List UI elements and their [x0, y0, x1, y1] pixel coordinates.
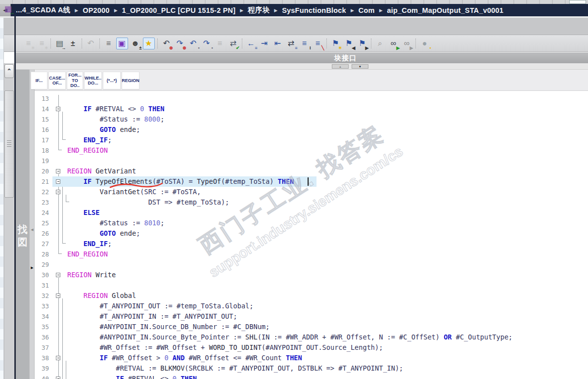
fold-collapse-icon[interactable] — [56, 169, 60, 173]
editor-left-gutter: 找図 — [16, 70, 29, 379]
code-line-29[interactable]: 29 — [35, 259, 588, 270]
breadcrumb-item[interactable]: 程序块 — [248, 5, 270, 15]
bookmark-new-icon-badge: ✶ — [338, 46, 342, 50]
scrollbar-up-button[interactable]: ⌃ — [4, 64, 14, 78]
code-line-30[interactable]: 30REGION Write — [35, 270, 588, 280]
fold-collapse-icon[interactable] — [56, 107, 60, 111]
bookmark-prev-icon-badge: ◀ — [352, 46, 356, 50]
splitter-collapse-down-button[interactable]: ▼ — [352, 64, 368, 69]
redo-to-save-icon[interactable]: ↷▪ — [201, 38, 213, 49]
code-line-38[interactable]: 38 IF #WR_Offset > 0 AND #WR_Offset <= #… — [35, 353, 588, 363]
insert-row-after-icon[interactable]: ≡✶ — [36, 38, 48, 49]
keep-actual-values-icon-glyph: ↶ — [88, 39, 94, 48]
interface-splitter[interactable]: ▲ ▼ — [15, 63, 588, 70]
split-collapse-right-icon[interactable]: ▶ — [30, 266, 35, 270]
snippet-for[interactable]: FOR...TO DO.. — [67, 72, 83, 89]
line-number: 30 — [35, 270, 52, 280]
snippet-while[interactable]: WHILE..DO... — [84, 72, 102, 89]
code-line-19[interactable]: 19 — [35, 156, 588, 166]
block-interface-bar[interactable]: 块接口 — [15, 52, 588, 63]
code-line-34[interactable]: 34 #T_ANYPOINT_IN := #T_ANYPOINT_OUT; — [35, 311, 588, 322]
download-options-icon[interactable]: ± — [67, 38, 79, 49]
code-line-37[interactable]: 37 #WR_Offset := #WR_Offset + WORD_TO_UD… — [35, 342, 588, 353]
compile-icon[interactable]: ⇄✔ — [227, 38, 239, 49]
scrollbar-grip — [7, 140, 11, 147]
fold-collapse-icon[interactable] — [56, 377, 60, 379]
splitter-collapse-up-button[interactable]: ▲ — [332, 64, 349, 69]
copy-source-icon[interactable]: ▤→ — [54, 38, 66, 49]
fold-column — [52, 125, 67, 135]
code-line-26[interactable]: 26 GOTO ende; — [35, 228, 588, 239]
code-line-17[interactable]: 17 END_IF; — [35, 135, 588, 145]
split-collapse-left-icon[interactable]: ◀ — [30, 228, 35, 232]
undo-to-save-icon[interactable]: ↶▪ — [187, 38, 199, 49]
code-line-36[interactable]: 36 #ANYPOINT_IN.Source_Byte_Pointer := S… — [35, 332, 588, 342]
fold-collapse-icon[interactable] — [56, 179, 60, 184]
code-line-28[interactable]: 28END_REGION — [35, 249, 588, 259]
code-line-20[interactable]: 20REGION GetVariant — [35, 166, 588, 176]
keep-actual-values-icon[interactable]: ↶ — [85, 38, 97, 49]
code-line-40[interactable]: 40 IF #RETVAL <> 0 THEN — [35, 374, 588, 379]
fold-collapse-icon[interactable] — [56, 356, 60, 360]
search-icon[interactable]: ⌕ — [374, 38, 386, 49]
scrollbar-thumb[interactable] — [4, 90, 14, 198]
breadcrumb-item[interactable]: Com — [359, 6, 375, 14]
code-line-35[interactable]: 35 #ANYPOINT_IN.Source_DB_Number := #C_D… — [35, 322, 588, 332]
open-editor-icon[interactable]: ▦→ — [2, 2, 14, 14]
breadcrumb-item[interactable]: aip_Com_MapOutput_STA_v0001 — [387, 6, 504, 14]
code-line-16[interactable]: 16 GOTO ende; — [35, 125, 588, 135]
indent-icon[interactable]: ⇥ — [259, 38, 271, 49]
expand-all-icon[interactable]: ≡I — [299, 38, 311, 49]
data-lock-icon[interactable]: ●▪ — [419, 38, 431, 49]
breadcrumb-separator-icon: ▶ — [274, 8, 277, 13]
goto-previous-point-icon[interactable]: ←≡ — [245, 38, 257, 49]
code-line-13[interactable]: 13 — [35, 93, 588, 104]
format-code-icon[interactable]: ⇄≡ — [285, 38, 297, 49]
breadcrumb-item[interactable]: 1_OP2000_PLC [CPU 1515-2 PN] — [122, 6, 236, 14]
code-line-27[interactable]: 27 END_IF; — [35, 239, 588, 249]
breadcrumb-separator-icon: ▶ — [379, 8, 383, 13]
snippet-region[interactable]: REGION — [122, 72, 139, 89]
breadcrumb-item[interactable]: OP2000 — [83, 6, 109, 14]
bookmark-new-icon[interactable]: ⚑✶ — [330, 38, 342, 49]
toolbar-separator — [157, 39, 158, 48]
snippet-if[interactable]: IF... — [31, 72, 47, 89]
favorites-icon[interactable]: ★ — [143, 38, 155, 49]
snippet-case[interactable]: CASE...OF... — [48, 72, 66, 89]
copy-source-icon-badge: → — [62, 46, 66, 50]
code-line-25[interactable]: 25 #Status := 8010; — [35, 218, 588, 228]
fold-collapse-icon[interactable] — [56, 273, 60, 277]
redo-icon[interactable]: ↷⊗ — [174, 38, 186, 49]
snippet-comment[interactable]: (*...*) — [103, 72, 121, 89]
fold-collapse-icon[interactable] — [56, 190, 60, 194]
absolute-operands-icon[interactable]: ▣ — [116, 38, 128, 49]
breadcrumb-item[interactable]: SysFunctionBlock — [282, 6, 346, 14]
code-line-31[interactable]: 31 — [35, 280, 588, 291]
code-line-32[interactable]: 32 REGION Global — [35, 291, 588, 301]
code-line-24[interactable]: 24 ELSE — [35, 208, 588, 218]
code-line-15[interactable]: 15 #Status := 8000; — [35, 114, 588, 125]
code-line-14[interactable]: 14 IF #RETVAL <> 0 THEN — [35, 104, 588, 114]
code-lines[interactable]: 1314 IF #RETVAL <> 0 THEN15 #Status := 8… — [35, 93, 588, 379]
code-line-23[interactable]: 23 DST => #temp_ToSta); — [35, 197, 588, 208]
collapse-all-icon[interactable]: ≡╲ — [312, 38, 324, 49]
scl-code-editor[interactable]: 1314 IF #RETVAL <> 0 THEN15 #Status := 8… — [35, 91, 588, 379]
monitor-snapshot-icon[interactable]: ∞▶ — [401, 38, 413, 49]
bookmark-prev-icon[interactable]: ⚑◀ — [343, 38, 355, 49]
insert-row-before-icon[interactable]: ≡✶ — [23, 38, 35, 49]
format-text-icon[interactable]: ≡ — [214, 38, 226, 49]
split-handle-strip[interactable]: ◀ ▶ — [29, 70, 35, 379]
comment-visibility-icon[interactable]: ☻± — [130, 38, 141, 49]
code-line-33[interactable]: 33 #T_ANYPOINT_OUT := #temp_ToSta.Global… — [35, 301, 588, 311]
fold-column — [52, 187, 67, 197]
monitor-on-icon[interactable]: ∞▶ — [388, 38, 400, 49]
outline-view-icon-glyph: ≡ — [106, 39, 111, 48]
breadcrumb-item[interactable]: ...4_SCADA A线 — [16, 5, 70, 15]
code-line-18[interactable]: 18END_REGION — [35, 145, 588, 156]
bookmark-next-icon[interactable]: ⚑▶ — [357, 38, 368, 49]
fold-collapse-icon[interactable] — [56, 294, 60, 298]
undo-icon[interactable]: ↶⊗ — [161, 38, 173, 49]
outline-view-icon[interactable]: ≡ — [103, 38, 115, 49]
outdent-icon[interactable]: ⇤ — [272, 38, 284, 49]
code-line-39[interactable]: 39 #RETVAL := BLKMOV(SRCBLK := #T_ANYPOI… — [35, 363, 588, 374]
